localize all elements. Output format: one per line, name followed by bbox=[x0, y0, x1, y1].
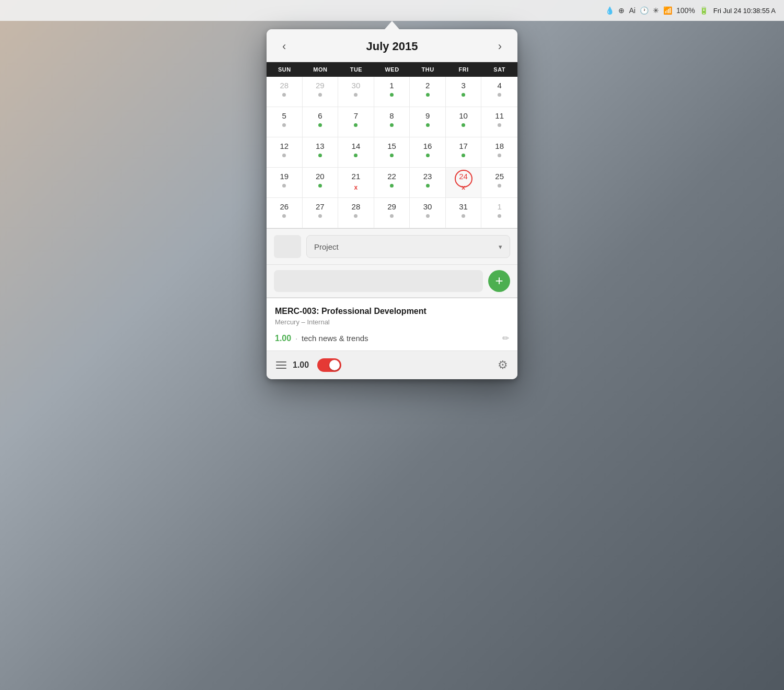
table-row[interactable]: 7 bbox=[338, 107, 374, 137]
dow-fri: FRI bbox=[446, 62, 482, 77]
wifi-icon: 📶 bbox=[663, 6, 672, 15]
table-row[interactable]: 1 bbox=[481, 198, 517, 228]
table-row[interactable]: 27 bbox=[303, 198, 339, 228]
log-description: tech news & trends bbox=[302, 334, 368, 343]
calendar-grid: 28 29 30 1 2 3 4 5 bbox=[267, 77, 517, 228]
battery-icon: 🔋 bbox=[699, 6, 708, 15]
adobe-icon: Ai bbox=[629, 6, 635, 15]
dot-indicator bbox=[498, 93, 501, 97]
log-title: MERC-003: Professional Development bbox=[275, 307, 509, 316]
dot-indicator bbox=[318, 184, 322, 188]
table-row[interactable]: 1 bbox=[374, 77, 410, 107]
table-row[interactable]: 3 bbox=[446, 77, 482, 107]
table-row[interactable]: 12 bbox=[267, 137, 303, 168]
table-row[interactable]: 20 bbox=[303, 168, 339, 198]
toggle-knob bbox=[329, 360, 340, 370]
table-row[interactable]: 26 bbox=[267, 198, 303, 228]
table-row[interactable]: 30 bbox=[410, 198, 446, 228]
log-subtitle: Mercury – Internal bbox=[275, 318, 509, 326]
table-row[interactable]: 10 bbox=[446, 107, 482, 137]
battery-percent: 100% bbox=[676, 6, 695, 15]
menubar-icons: 💧 ⊕ Ai 🕐 ✳ 📶 100% 🔋 bbox=[605, 6, 708, 15]
dot-indicator bbox=[318, 123, 322, 127]
next-month-button[interactable]: › bbox=[493, 39, 507, 54]
table-row[interactable]: 28 bbox=[338, 198, 374, 228]
droplet-icon[interactable]: 💧 bbox=[605, 6, 614, 15]
log-separator: · bbox=[295, 334, 297, 343]
dot-indicator bbox=[498, 214, 501, 218]
edit-icon[interactable]: ✏ bbox=[502, 333, 509, 343]
log-entry-row: 1.00 · tech news & trends ✏ bbox=[275, 333, 509, 343]
toggle-switch[interactable] bbox=[317, 358, 341, 372]
table-row[interactable]: 6 bbox=[303, 107, 339, 137]
table-row[interactable]: 29 bbox=[374, 198, 410, 228]
creative-cloud-icon: ⊕ bbox=[618, 6, 625, 15]
today-cell[interactable]: 24 x bbox=[446, 168, 482, 198]
dow-mon: MON bbox=[303, 62, 339, 77]
table-row[interactable]: 23 bbox=[410, 168, 446, 198]
color-swatch[interactable] bbox=[274, 235, 301, 258]
table-row[interactable]: 13 bbox=[303, 137, 339, 168]
dot-indicator bbox=[390, 214, 394, 218]
dot-indicator bbox=[426, 154, 430, 157]
menubar: 💧 ⊕ Ai 🕐 ✳ 📶 100% 🔋 Fri Jul 24 10:38:55 … bbox=[0, 0, 784, 21]
plus-icon: + bbox=[495, 274, 503, 287]
dot-indicator bbox=[498, 123, 501, 127]
time-machine-icon: 🕐 bbox=[640, 6, 649, 15]
table-row[interactable]: 9 bbox=[410, 107, 446, 137]
entry-area: + bbox=[267, 265, 517, 298]
calendar-header: ‹ July 2015 › bbox=[267, 29, 517, 62]
footer-total: 1.00 bbox=[293, 360, 309, 370]
table-row[interactable]: 2 bbox=[410, 77, 446, 107]
add-entry-button[interactable]: + bbox=[488, 270, 510, 292]
table-row[interactable]: 11 bbox=[481, 107, 517, 137]
table-row[interactable]: 18 bbox=[481, 137, 517, 168]
dot-indicator bbox=[282, 154, 286, 157]
table-row[interactable]: 30 bbox=[338, 77, 374, 107]
dot-indicator bbox=[354, 123, 358, 127]
table-row[interactable]: 8 bbox=[374, 107, 410, 137]
table-row[interactable]: 19 bbox=[267, 168, 303, 198]
table-row[interactable]: 15 bbox=[374, 137, 410, 168]
dot-indicator bbox=[354, 154, 358, 157]
dot-indicator bbox=[282, 123, 286, 127]
table-row[interactable]: 31 bbox=[446, 198, 482, 228]
table-row[interactable]: 29 bbox=[303, 77, 339, 107]
hamburger-line bbox=[276, 365, 286, 366]
table-row[interactable]: 21 x bbox=[338, 168, 374, 198]
dot-indicator bbox=[426, 93, 430, 97]
main-popup: ‹ July 2015 › SUN MON TUE WED THU FRI SA… bbox=[267, 29, 517, 379]
table-row[interactable]: 28 bbox=[267, 77, 303, 107]
footer-bar: 1.00 ⚙ bbox=[267, 351, 517, 379]
log-entry-left: 1.00 · tech news & trends bbox=[275, 334, 368, 343]
project-dropdown-label: Project bbox=[314, 242, 339, 251]
dot-indicator bbox=[390, 154, 394, 157]
table-row[interactable]: 25 bbox=[481, 168, 517, 198]
table-row[interactable]: 4 bbox=[481, 77, 517, 107]
dot-indicator bbox=[318, 154, 322, 157]
project-dropdown[interactable]: Project ▾ bbox=[306, 235, 510, 258]
dot-indicator bbox=[282, 214, 286, 218]
dot-indicator bbox=[282, 93, 286, 97]
dot-indicator bbox=[426, 214, 430, 218]
log-area: MERC-003: Professional Development Mercu… bbox=[267, 298, 517, 351]
dow-sat: SAT bbox=[481, 62, 517, 77]
hamburger-line bbox=[276, 361, 286, 362]
dow-tue: TUE bbox=[338, 62, 374, 77]
table-row[interactable]: 22 bbox=[374, 168, 410, 198]
dot-indicator bbox=[498, 154, 501, 157]
bluetooth-icon: ✳ bbox=[653, 6, 659, 15]
table-row[interactable]: 14 bbox=[338, 137, 374, 168]
entry-input[interactable] bbox=[274, 270, 483, 292]
hamburger-menu-button[interactable] bbox=[276, 361, 286, 369]
project-area: Project ▾ bbox=[267, 229, 517, 265]
table-row[interactable]: 17 bbox=[446, 137, 482, 168]
dot-indicator bbox=[354, 93, 358, 97]
table-row[interactable]: 16 bbox=[410, 137, 446, 168]
table-row[interactable]: 5 bbox=[267, 107, 303, 137]
footer-left: 1.00 bbox=[276, 358, 341, 372]
popup-arrow bbox=[385, 21, 399, 29]
settings-button[interactable]: ⚙ bbox=[498, 358, 508, 372]
prev-month-button[interactable]: ‹ bbox=[277, 39, 291, 54]
dot-indicator bbox=[498, 184, 501, 188]
